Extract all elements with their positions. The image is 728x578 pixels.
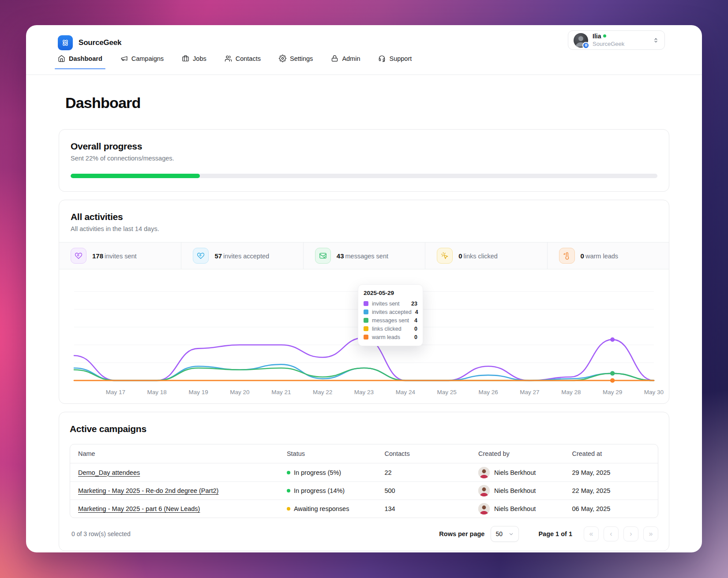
campaigns-table: Name Status Contacts Created by Created …	[70, 444, 658, 518]
created-by-cell: Niels Berkhout	[471, 467, 565, 478]
tooltip-series-row: invites sent 23	[364, 299, 417, 308]
series-color-swatch-icon	[364, 326, 368, 331]
series-color-swatch-icon	[364, 318, 368, 323]
table-row[interactable]: Marketing - May 2025 - Re-do 2nd degree …	[70, 481, 658, 500]
thermometer-icon	[559, 248, 575, 264]
double-chevron-left-icon: «	[589, 530, 593, 537]
last-page-button[interactable]: »	[643, 526, 658, 541]
nav-item-admin[interactable]: Admin	[331, 55, 360, 69]
creator-avatar	[478, 485, 490, 496]
heart-handshake-icon	[193, 248, 209, 264]
creator-avatar	[478, 467, 490, 478]
tooltip-series-row: warm leads 0	[364, 333, 417, 341]
app-header: SourceGeek Dashboard Campaigns Jobs Cont…	[26, 25, 702, 75]
svg-text:May 28: May 28	[561, 389, 581, 395]
svg-text:May 21: May 21	[271, 389, 291, 395]
status-badge: In progress (14%)	[280, 487, 378, 494]
svg-text:May 23: May 23	[354, 389, 374, 395]
campaign-name-link[interactable]: Demo_Day attendees	[78, 469, 140, 476]
gear-icon	[279, 55, 286, 62]
rows-per-page-label: Rows per page	[439, 530, 484, 537]
created-by-cell: Niels Berkhout	[471, 485, 565, 496]
column-header-created-at: Created at	[565, 450, 657, 457]
pagination: « ‹ › »	[584, 526, 658, 541]
svg-text:May 26: May 26	[478, 389, 498, 395]
stat-invites-accepted: 57invites accepted	[181, 242, 303, 269]
nav-item-jobs[interactable]: Jobs	[182, 55, 206, 69]
table-row[interactable]: Marketing - May 2025 - part 6 (New Leads…	[70, 500, 658, 518]
first-page-button[interactable]: «	[584, 526, 599, 541]
nav-item-contacts[interactable]: Contacts	[225, 55, 261, 69]
briefcase-icon	[182, 55, 189, 62]
nav-item-settings[interactable]: Settings	[279, 55, 313, 69]
nav-item-campaigns[interactable]: Campaigns	[120, 55, 164, 69]
previous-page-button[interactable]: ‹	[604, 526, 619, 541]
page-title: Dashboard	[65, 94, 669, 112]
nav-item-support[interactable]: Support	[378, 55, 412, 69]
svg-text:May 27: May 27	[520, 389, 539, 395]
sourcegeek-logo-icon	[58, 35, 73, 50]
mail-check-icon	[315, 248, 331, 264]
series-color-swatch-icon	[364, 335, 368, 339]
tooltip-series-row: messages sent 4	[364, 316, 417, 324]
rows-per-page-select[interactable]: 50	[491, 526, 519, 542]
next-page-button[interactable]: ›	[623, 526, 638, 541]
created-at-cell: 29 May, 2025	[565, 469, 657, 476]
user-name: Ilia	[593, 33, 601, 40]
overall-progress-title: Overall progress	[71, 141, 657, 152]
stat-warm-leads: 0warm leads	[547, 242, 669, 269]
activity-stats-row: 178invites sent 57invites accepted 43mes…	[59, 242, 669, 269]
status-dot-icon	[287, 471, 290, 474]
sourcegeek-badge-icon	[582, 42, 589, 49]
tooltip-series-row: invites accepted 4	[364, 308, 417, 316]
stat-links-clicked: 0links clicked	[425, 242, 547, 269]
svg-text:May 18: May 18	[147, 389, 167, 395]
double-chevron-right-icon: »	[649, 530, 653, 537]
contacts-count: 22	[377, 469, 471, 476]
lock-icon	[331, 55, 338, 62]
user-avatar	[574, 33, 588, 48]
campaign-name-link[interactable]: Marketing - May 2025 - Re-do 2nd degree …	[78, 487, 218, 494]
creator-avatar	[478, 503, 490, 515]
headset-icon	[378, 55, 386, 62]
status-dot-icon	[287, 489, 290, 492]
activities-subtitle: All activities in the last 14 days.	[71, 225, 657, 232]
progress-bar	[71, 174, 657, 178]
user-account-menu[interactable]: Ilia SourceGeek	[568, 30, 665, 50]
table-row[interactable]: Demo_Day attendees In progress (5%) 22 N…	[70, 463, 658, 481]
svg-text:May 24: May 24	[396, 389, 416, 395]
all-activities-card: All activities All activities in the las…	[59, 200, 669, 404]
tooltip-series-row: links clicked 0	[364, 324, 417, 333]
rows-selected-text: 0 of 3 row(s) selected	[71, 530, 131, 537]
table-header-row: Name Status Contacts Created by Created …	[70, 444, 658, 463]
column-header-created-by: Created by	[471, 450, 565, 457]
brand-name: SourceGeek	[79, 38, 121, 47]
created-at-cell: 22 May, 2025	[565, 487, 657, 494]
chevron-down-icon	[508, 531, 514, 537]
svg-text:May 25: May 25	[437, 389, 457, 395]
activities-title: All activities	[71, 212, 657, 222]
svg-text:May 22: May 22	[313, 389, 332, 395]
active-campaigns-card: Active campaigns Name Status Contacts Cr…	[59, 412, 669, 551]
progress-bar-fill	[71, 174, 200, 178]
column-header-name: Name	[71, 450, 280, 457]
overall-progress-card: Overall progress Sent 22% of connections…	[59, 129, 669, 192]
svg-text:May 19: May 19	[188, 389, 208, 395]
chevron-right-icon: ›	[630, 530, 632, 537]
online-status-dot	[603, 34, 606, 37]
created-by-cell: Niels Berkhout	[471, 503, 565, 515]
chevron-up-down-icon	[653, 37, 659, 44]
series-color-swatch-icon	[364, 310, 368, 314]
column-header-contacts: Contacts	[377, 450, 471, 457]
nav-item-dashboard[interactable]: Dashboard	[58, 55, 102, 69]
activities-chart[interactable]: May 17May 18May 19May 20May 21May 22May …	[59, 269, 669, 403]
tooltip-date: 2025-05-29	[364, 290, 417, 296]
table-footer: 0 of 3 row(s) selected Rows per page 50 …	[70, 526, 658, 551]
contacts-count: 134	[377, 505, 471, 512]
svg-text:May 30: May 30	[644, 389, 664, 395]
app-window: SourceGeek Dashboard Campaigns Jobs Cont…	[26, 25, 702, 552]
created-at-cell: 06 May, 2025	[565, 505, 657, 512]
svg-text:May 17: May 17	[106, 389, 125, 395]
campaign-name-link[interactable]: Marketing - May 2025 - part 6 (New Leads…	[78, 505, 200, 512]
user-org: SourceGeek	[593, 41, 624, 47]
